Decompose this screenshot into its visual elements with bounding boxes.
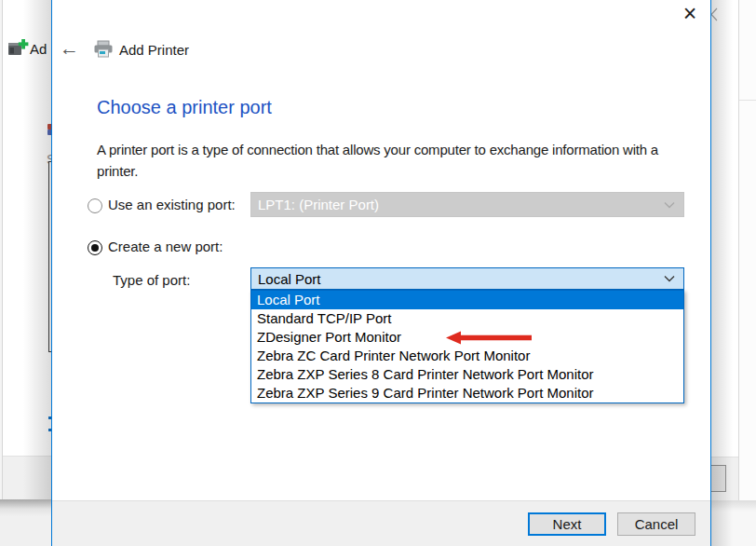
radio-use-existing-port[interactable]	[88, 198, 102, 213]
radio-create-new-port-label[interactable]: Create a new port:	[108, 239, 223, 254]
dropdown-item-local-port[interactable]: Local Port	[251, 291, 683, 309]
dropdown-item-zebra-zxp8[interactable]: Zebra ZXP Series 8 Card Printer Network …	[251, 365, 683, 384]
next-button[interactable]: Next	[528, 512, 606, 536]
printer-icon	[94, 40, 113, 61]
dialog-footer: Next Cancel	[52, 500, 710, 546]
radio-use-existing-port-label[interactable]: Use an existing port:	[108, 197, 236, 212]
dialog-title: Add Printer	[119, 42, 189, 58]
description-text: A printer port is a type of connection t…	[97, 139, 700, 182]
type-of-port-value: Local Port	[251, 271, 664, 287]
background-divider-line	[738, 100, 756, 101]
dialog-shadow	[710, 0, 733, 546]
chevron-down-icon	[664, 201, 683, 209]
type-of-port-combobox[interactable]: Local Port	[250, 267, 684, 290]
close-icon[interactable]: ×	[674, 0, 706, 26]
cancel-button[interactable]: Cancel	[617, 512, 695, 536]
add-printer-dialog: × ← Add Printer Choose a printer port A …	[51, 0, 711, 546]
dropdown-item-zebra-zxp9[interactable]: Zebra ZXP Series 9 Card Printer Network …	[251, 384, 683, 403]
chevron-down-icon	[664, 275, 683, 282]
window-drop-shadow	[0, 499, 51, 546]
background-surface	[738, 0, 756, 546]
radio-create-new-port[interactable]	[88, 240, 102, 255]
dropdown-item-standard-tcpip-port[interactable]: Standard TCP/IP Port	[251, 309, 683, 328]
existing-port-combobox: LPT1: (Printer Port)	[250, 192, 684, 217]
type-of-port-label: Type of port:	[113, 272, 190, 288]
screen: Ad S × ← Add Printe	[0, 0, 756, 546]
dropdown-item-zebra-zc[interactable]: Zebra ZC Card Printer Network Port Monit…	[251, 347, 683, 365]
back-arrow-icon[interactable]: ←	[60, 37, 79, 60]
dialog-shadow	[23, 0, 51, 499]
existing-port-value: LPT1: (Printer Port)	[251, 197, 664, 212]
red-annotation-arrow-icon	[446, 331, 532, 348]
page-heading: Choose a printer port	[97, 97, 272, 118]
